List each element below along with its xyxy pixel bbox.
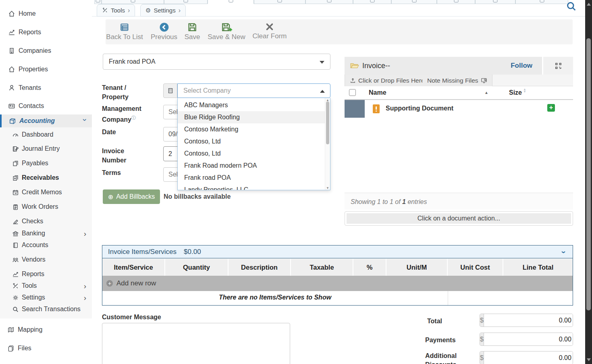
warning-document-icon (373, 104, 380, 113)
sidebar-item-accounting-settings[interactable]: Settings (0, 293, 92, 302)
sidebar-item-accounts[interactable]: Accounts (0, 240, 92, 250)
company-select[interactable]: Select Company (177, 83, 330, 98)
sidebar-item-label: Accounting (19, 117, 55, 125)
sidebar-item-payables[interactable]: Payables (0, 158, 92, 168)
tab-stub[interactable] (475, 0, 515, 4)
sidebar-item-accounting-reports[interactable]: Reports (0, 269, 92, 279)
plus-circle-icon (106, 280, 113, 287)
breadcrumb-tab-tools[interactable]: Tools (97, 4, 135, 17)
previous-button[interactable]: Previous (151, 22, 177, 41)
tab-stub[interactable] (164, 0, 208, 4)
scroll-down-icon[interactable] (587, 358, 591, 361)
breadcrumb-tab-settings[interactable]: Settings (140, 4, 186, 17)
chevron-down-icon[interactable] (559, 251, 569, 254)
id-card-icon (8, 102, 15, 110)
customer-message-label: Customer Message (102, 314, 161, 321)
sidebar-item-tenants[interactable]: Tenants (0, 83, 92, 93)
qr-grid-icon[interactable] (555, 62, 562, 69)
company-option[interactable]: Frank Road modern POA (178, 160, 330, 172)
save-and-new-button[interactable]: Save & New (208, 22, 245, 41)
sidebar-item-accounting-tools[interactable]: Tools (0, 281, 92, 291)
sidebar-item-work-orders[interactable]: Work Orders (0, 202, 92, 212)
sidebar-item-companies[interactable]: Companies (0, 46, 92, 56)
sidebar-item-dashboard[interactable]: Dashboard (0, 130, 92, 139)
upload-files-button[interactable]: Click or Drop Files Here (345, 75, 430, 86)
sidebar-item-reports[interactable]: Reports (0, 27, 92, 37)
scroll-down-icon[interactable] (326, 186, 329, 190)
follow-link[interactable]: Follow (511, 62, 532, 70)
page-scrollbar[interactable] (585, 0, 592, 364)
info-icon[interactable]: ⓘ (131, 115, 136, 120)
invoice-items-header[interactable]: Invoice Items/Services $0.00 (102, 245, 573, 258)
map-icon (7, 326, 15, 333)
tab-icon (131, 0, 135, 2)
add-new-row-button[interactable]: Add new row (102, 276, 573, 291)
tab-stub[interactable] (94, 0, 102, 4)
document-action-container: Click on a document action... (345, 211, 573, 226)
sidebar-item-contacts[interactable]: Contacts (0, 101, 92, 111)
company-option[interactable]: Blue Ridge Roofing (178, 111, 330, 123)
sidebar-item-credit-memos[interactable]: Credit Memos (0, 187, 92, 197)
size-column-header[interactable]: Size (509, 89, 522, 96)
tab-stub[interactable] (391, 0, 437, 4)
total-input[interactable] (484, 314, 573, 327)
customer-message-textarea[interactable] (102, 323, 290, 364)
additional-discounts-input[interactable] (484, 352, 573, 364)
tab-stub[interactable] (515, 0, 568, 4)
save-button[interactable]: Save (185, 22, 200, 41)
tab-stub[interactable] (305, 0, 353, 4)
additional-discounts-label: Additional Discounts (425, 352, 463, 364)
tab-icon (493, 0, 498, 2)
sidebar-item-files[interactable]: Files (0, 343, 92, 353)
tools-icon (12, 283, 19, 289)
sidebar-item-receivables[interactable]: Receivables (0, 173, 92, 183)
payments-input[interactable] (484, 333, 573, 345)
payments-input-group: $ (480, 333, 573, 346)
clear-form-button[interactable]: Clear Form (252, 22, 287, 40)
tab-stub-active[interactable] (208, 0, 254, 4)
select-all-checkbox[interactable] (349, 89, 356, 96)
sidebar-item-search-transactions[interactable]: Search Transactions (0, 304, 92, 314)
company-option[interactable]: Contoso, Ltd (178, 135, 330, 148)
scrollbar-thumb[interactable] (586, 38, 591, 310)
tab-stub[interactable] (102, 0, 164, 4)
tab-icon (327, 0, 332, 2)
company-option[interactable]: Contoso Marketing (178, 123, 330, 135)
sort-ascending-icon[interactable] (484, 90, 488, 95)
document-row[interactable]: Supporting Document (345, 100, 573, 118)
company-option[interactable]: ABC Managers (178, 99, 330, 111)
documents-header-right (543, 57, 573, 75)
sidebar-item-journal-entry[interactable]: Journal Entry (0, 144, 92, 154)
sidebar-item-properties[interactable]: Properties (0, 64, 92, 74)
name-column-header[interactable]: Name (369, 89, 386, 96)
sidebar-item-mapping[interactable]: Mapping (0, 325, 92, 335)
no-billbacks-text: No billbacks available (164, 193, 231, 200)
sidebar-item-accounting[interactable]: Accounting (0, 114, 92, 127)
scrollbar-thumb[interactable] (326, 102, 329, 144)
company-lookup-button[interactable] (163, 83, 177, 98)
document-name[interactable]: Supporting Document (386, 105, 453, 112)
sidebar-item-checks[interactable]: Checks (0, 216, 92, 226)
missing-file-monitor-icon (481, 77, 487, 84)
document-action-bar[interactable]: Click on a document action... (347, 213, 571, 224)
entity-select[interactable]: Frank road POA (103, 54, 330, 70)
currency-addon: $ (480, 352, 484, 364)
add-file-button[interactable] (547, 104, 555, 112)
document-thumbnail[interactable] (345, 100, 365, 118)
scroll-up-icon[interactable] (587, 3, 591, 6)
note-missing-files-button[interactable]: Note Missing Files (422, 75, 492, 86)
sidebar-item-vendors[interactable]: Vendors (0, 255, 92, 264)
search-icon[interactable] (566, 1, 577, 12)
chart-line-icon (12, 271, 19, 278)
company-option[interactable]: Landy Properties, LLC (178, 184, 330, 190)
company-option[interactable]: Frank road POA (178, 172, 330, 184)
sidebar-item-banking[interactable]: Banking (0, 229, 92, 238)
tab-stub[interactable] (254, 0, 305, 4)
back-to-list-button[interactable]: Back To List (106, 22, 143, 41)
sidebar-item-home[interactable]: Home (0, 9, 92, 19)
tab-stub[interactable] (353, 0, 391, 4)
tab-stub[interactable] (437, 0, 475, 4)
company-option[interactable]: Contoso, Ltd (178, 148, 330, 160)
add-billbacks-button[interactable]: Add Billbacks (103, 189, 160, 204)
dropdown-scrollbar[interactable] (325, 98, 330, 190)
